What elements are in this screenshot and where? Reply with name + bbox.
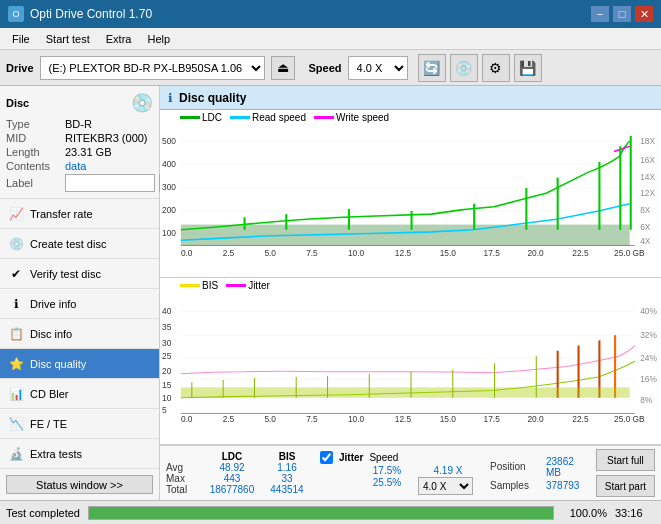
avg-ldc: 48.92 xyxy=(202,462,262,473)
svg-text:20: 20 xyxy=(162,365,172,375)
chart-title: Disc quality xyxy=(179,91,246,105)
progress-bar xyxy=(89,507,553,519)
sidebar: Disc 💿 Type BD-R MID RITEKBR3 (000) Leng… xyxy=(0,86,160,500)
sidebar-item-label: Drive info xyxy=(30,298,76,310)
start-part-button[interactable]: Start part xyxy=(596,475,655,497)
sidebar-item-extra-tests[interactable]: 🔬 Extra tests xyxy=(0,439,159,469)
menu-help[interactable]: Help xyxy=(139,31,178,47)
svg-text:6X: 6X xyxy=(640,222,651,232)
svg-rect-35 xyxy=(525,188,527,230)
type-label: Type xyxy=(6,118,61,130)
svg-text:12X: 12X xyxy=(640,188,655,198)
speed-select-stats[interactable]: 4.0 X xyxy=(418,477,473,495)
legend-read-speed: Read speed xyxy=(230,112,306,123)
contents-value: data xyxy=(65,160,86,172)
svg-text:500: 500 xyxy=(162,136,176,146)
titlebar: O Opti Drive Control 1.70 − □ ✕ xyxy=(0,0,661,28)
menu-file[interactable]: File xyxy=(4,31,38,47)
legend-ldc: LDC xyxy=(180,112,222,123)
svg-text:40%: 40% xyxy=(640,306,657,316)
sidebar-item-label: Transfer rate xyxy=(30,208,93,220)
mid-value: RITEKBR3 (000) xyxy=(65,132,148,144)
svg-text:30: 30 xyxy=(162,337,172,347)
svg-text:25: 25 xyxy=(162,351,172,361)
eject-button[interactable]: ⏏ xyxy=(271,56,295,80)
refresh-button[interactable]: 🔄 xyxy=(418,54,446,82)
settings-button[interactable]: ⚙ xyxy=(482,54,510,82)
sidebar-item-transfer-rate[interactable]: 📈 Transfer rate xyxy=(0,199,159,229)
position-value: 23862 MB xyxy=(546,456,588,478)
svg-text:25.0 GB: 25.0 GB xyxy=(614,248,645,258)
nav-items: 📈 Transfer rate 💿 Create test disc ✔ Ver… xyxy=(0,199,159,469)
svg-text:5: 5 xyxy=(162,405,167,415)
label-label: Label xyxy=(6,177,61,189)
svg-rect-31 xyxy=(285,214,287,230)
status-text: Test completed xyxy=(6,507,80,519)
svg-text:7.5: 7.5 xyxy=(306,413,318,423)
svg-rect-65 xyxy=(254,377,255,397)
svg-rect-38 xyxy=(619,146,621,230)
menu-extra[interactable]: Extra xyxy=(98,31,140,47)
length-value: 23.31 GB xyxy=(65,146,111,158)
svg-text:12.5: 12.5 xyxy=(395,413,412,423)
charts-area: LDC Read speed Write speed 500 400 3 xyxy=(160,110,661,500)
svg-text:35: 35 xyxy=(162,321,172,331)
sidebar-item-label: CD Bler xyxy=(30,388,69,400)
close-button[interactable]: ✕ xyxy=(635,6,653,22)
label-input[interactable] xyxy=(65,174,155,192)
chart1-svg: 500 400 300 200 100 18X 16X 14X 12X 8X 6… xyxy=(160,110,661,277)
chart-header-icon: ℹ xyxy=(168,91,173,105)
svg-rect-66 xyxy=(296,376,297,397)
svg-text:10.0: 10.0 xyxy=(348,413,365,423)
drive-select[interactable]: (E:) PLEXTOR BD-R PX-LB950SA 1.06 xyxy=(40,56,265,80)
total-bis: 443514 xyxy=(262,484,312,495)
svg-text:22.5: 22.5 xyxy=(572,248,589,258)
svg-rect-71 xyxy=(494,363,495,397)
menu-start-test[interactable]: Start test xyxy=(38,31,98,47)
avg-jitter: 17.5% xyxy=(362,465,412,476)
sidebar-item-fe-te[interactable]: 📉 FE / TE xyxy=(0,409,159,439)
mid-label: MID xyxy=(6,132,61,144)
sidebar-item-cd-bler[interactable]: 📊 CD Bler xyxy=(0,379,159,409)
speed-col-header: Speed xyxy=(369,452,419,463)
action-buttons: Start full Start part xyxy=(596,449,655,497)
svg-text:17.5: 17.5 xyxy=(484,413,501,423)
svg-rect-69 xyxy=(411,371,412,397)
sidebar-item-create-test-disc[interactable]: 💿 Create test disc xyxy=(0,229,159,259)
svg-text:8X: 8X xyxy=(640,205,651,215)
sidebar-item-disc-info[interactable]: 📋 Disc info xyxy=(0,319,159,349)
minimize-button[interactable]: − xyxy=(591,6,609,22)
svg-rect-72 xyxy=(536,356,537,398)
statusbar: Test completed 100.0% 33:16 xyxy=(0,500,661,524)
sidebar-item-drive-info[interactable]: ℹ Drive info xyxy=(0,289,159,319)
status-window-button[interactable]: Status window >> xyxy=(6,475,153,494)
chart-header: ℹ Disc quality xyxy=(160,86,661,110)
disc-section: Disc 💿 Type BD-R MID RITEKBR3 (000) Leng… xyxy=(0,86,159,199)
svg-text:16%: 16% xyxy=(640,374,657,384)
sidebar-item-disc-quality[interactable]: ⭐ Disc quality xyxy=(0,349,159,379)
max-row-label: Max xyxy=(166,473,202,484)
speed-select[interactable]: 4.0 X xyxy=(348,56,408,80)
svg-text:8%: 8% xyxy=(640,395,653,405)
app-icon: O xyxy=(8,6,24,22)
svg-text:14X: 14X xyxy=(640,172,655,182)
svg-text:15: 15 xyxy=(162,380,172,390)
sidebar-item-verify-test-disc[interactable]: ✔ Verify test disc xyxy=(0,259,159,289)
jitter-label: Jitter xyxy=(339,452,363,463)
total-row-label: Total xyxy=(166,484,202,495)
svg-rect-68 xyxy=(369,373,370,397)
save-button[interactable]: 💾 xyxy=(514,54,542,82)
drive-label: Drive xyxy=(6,62,34,74)
svg-text:10: 10 xyxy=(162,392,172,402)
svg-text:15.0: 15.0 xyxy=(440,413,457,423)
disc-header: Disc xyxy=(6,97,29,109)
ldc-label: LDC xyxy=(202,112,222,123)
legend-jitter: Jitter xyxy=(226,280,270,291)
jitter-checkbox[interactable] xyxy=(320,451,333,464)
max-ldc: 443 xyxy=(202,473,262,484)
svg-text:24%: 24% xyxy=(640,353,657,363)
stats-area: LDC BIS Avg 48.92 1.16 Max 443 33 xyxy=(160,445,661,500)
maximize-button[interactable]: □ xyxy=(613,6,631,22)
disc-button[interactable]: 💿 xyxy=(450,54,478,82)
start-full-button[interactable]: Start full xyxy=(596,449,655,471)
